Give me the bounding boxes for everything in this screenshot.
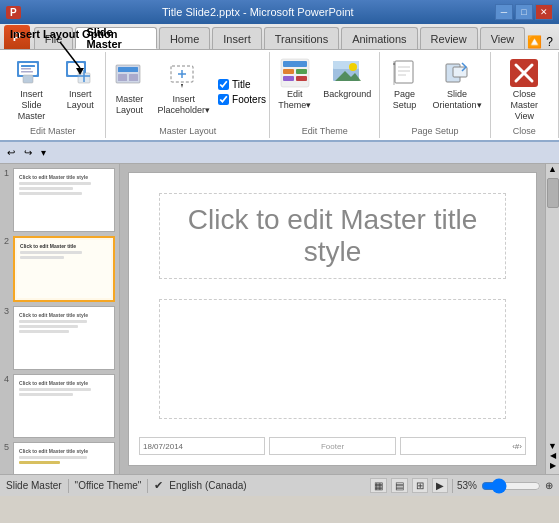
- scroll-down-arrow[interactable]: ▼: [548, 441, 557, 451]
- page-setup-group-label: Page Setup: [412, 126, 459, 136]
- qat-dropdown[interactable]: ▾: [38, 146, 49, 159]
- insert-placeholder-icon: [168, 62, 200, 94]
- vertical-scrollbar[interactable]: ▲ ▼ ◀ ▶: [545, 164, 559, 474]
- close-master-view-button[interactable]: CloseMaster View: [497, 54, 552, 124]
- tab-review[interactable]: Review: [420, 27, 478, 49]
- help-btn[interactable]: ?: [546, 35, 553, 49]
- insert-layout-label: InsertLayout: [67, 89, 94, 111]
- status-divider-3: [452, 479, 453, 493]
- edit-theme-group-label: Edit Theme: [302, 126, 348, 136]
- svg-rect-7: [23, 75, 33, 83]
- theme-status: "Office Theme": [75, 480, 142, 491]
- right-arrows: ◀ ▶: [550, 451, 556, 470]
- language-status: English (Canada): [169, 480, 246, 491]
- close-master-view-icon: [508, 57, 540, 89]
- close-group-label: Close: [513, 126, 536, 136]
- footer-area: 18/07/2014 Footer ‹#›: [139, 429, 526, 455]
- status-divider-1: [68, 479, 69, 493]
- master-layout-group-label: Master Layout: [159, 126, 216, 136]
- view-slideshow-btn[interactable]: ▶: [432, 478, 448, 493]
- tab-animations[interactable]: Animations: [341, 27, 417, 49]
- footers-checkbox[interactable]: Footers: [218, 93, 266, 106]
- footer-text-field: Footer: [269, 437, 395, 455]
- svg-rect-14: [118, 67, 138, 72]
- title-check[interactable]: [218, 79, 229, 90]
- tab-transitions[interactable]: Transitions: [264, 27, 339, 49]
- annotation-text: Insert Layout Option: [10, 28, 118, 40]
- slide-thumb-3[interactable]: Click to edit Master title style: [13, 306, 115, 370]
- title-checkbox[interactable]: Title: [218, 78, 266, 91]
- group-close: CloseMaster View Close: [491, 52, 559, 138]
- main-area: 1 Click to edit Master title style 2 Cli…: [0, 164, 559, 474]
- tab-home[interactable]: Home: [159, 27, 210, 49]
- placeholder-svg: [168, 62, 200, 94]
- slide-orientation-button[interactable]: SlideOrientation▾: [429, 54, 486, 114]
- theme-svg: [279, 57, 311, 89]
- svg-line-0: [60, 42, 80, 68]
- edit-master-label: Edit Master: [30, 126, 76, 136]
- svg-rect-15: [118, 74, 127, 81]
- slide-number-3: 3: [4, 306, 9, 316]
- tab-insert[interactable]: Insert: [212, 27, 262, 49]
- group-page-setup: PageSetup SlideOrientation▾ Page Setup: [380, 52, 490, 138]
- svg-rect-25: [283, 76, 294, 81]
- scroll-thumb[interactable]: [547, 178, 559, 208]
- slide-orientation-label: SlideOrientation▾: [433, 89, 482, 111]
- insert-placeholder-button[interactable]: InsertPlaceholder▾: [154, 59, 215, 119]
- edit-theme-button[interactable]: EditTheme▾: [274, 54, 315, 114]
- master-layout-label: MasterLayout: [116, 94, 144, 116]
- orientation-svg: [443, 59, 471, 87]
- insert-slide-master-label: Insert SlideMaster: [10, 89, 53, 121]
- slide-panel: 1 Click to edit Master title style 2 Cli…: [0, 164, 120, 474]
- title-check-label: Title: [232, 79, 251, 90]
- slide-thumb-1[interactable]: Click to edit Master title style: [13, 168, 115, 232]
- slide-number-1: 1: [4, 168, 9, 178]
- right-arrow-2[interactable]: ▶: [550, 461, 556, 470]
- tab-view[interactable]: View: [480, 27, 526, 49]
- svg-rect-31: [395, 61, 413, 83]
- page-setup-button[interactable]: PageSetup: [385, 54, 425, 114]
- language-icon: ✔: [154, 479, 163, 492]
- svg-rect-26: [296, 76, 307, 81]
- window-title: Title Slide2.pptx - Microsoft PowerPoint: [21, 6, 495, 18]
- background-button[interactable]: Background: [319, 54, 375, 103]
- page-setup-label: PageSetup: [393, 89, 417, 111]
- page-setup-svg: [391, 59, 419, 87]
- redo-button[interactable]: ↪: [21, 146, 35, 159]
- app-icon: P: [6, 6, 21, 19]
- content-placeholder[interactable]: [159, 299, 506, 419]
- view-normal-btn[interactable]: ▦: [370, 478, 387, 493]
- master-title-placeholder[interactable]: Click to edit Master title style: [159, 193, 506, 279]
- svg-rect-22: [283, 61, 307, 67]
- undo-button[interactable]: ↩: [4, 146, 18, 159]
- status-right: ▦ ▤ ⊞ ▶ 53% ⊕: [370, 478, 553, 493]
- slide-thumb-4[interactable]: Click to edit Master title style: [13, 374, 115, 438]
- status-bar: Slide Master "Office Theme" ✔ English (C…: [0, 474, 559, 496]
- view-reading-btn[interactable]: ⊞: [412, 478, 428, 493]
- svg-rect-23: [283, 69, 294, 74]
- background-svg: [331, 57, 363, 89]
- zoom-slider[interactable]: [481, 480, 541, 492]
- minimize-button[interactable]: ─: [495, 4, 513, 20]
- window-controls: ─ □ ✕: [495, 4, 553, 20]
- slide-orientation-icon: [441, 57, 473, 89]
- slide-number-2: 2: [4, 236, 9, 246]
- zoom-fit-btn[interactable]: ⊕: [545, 480, 553, 491]
- scroll-up-arrow[interactable]: ▲: [548, 164, 557, 174]
- close-button[interactable]: ✕: [535, 4, 553, 20]
- background-label: Background: [323, 89, 371, 100]
- background-icon: [331, 57, 363, 89]
- slide-master-status: Slide Master: [6, 480, 62, 491]
- slide-thumb-2[interactable]: Click to edit Master title: [13, 236, 115, 302]
- annotation-arrow: [50, 40, 120, 75]
- maximize-button[interactable]: □: [515, 4, 533, 20]
- right-arrow-1[interactable]: ◀: [550, 451, 556, 460]
- help-icon[interactable]: 🔼: [527, 35, 542, 49]
- zoom-level: 53%: [457, 480, 477, 491]
- content-area: Click to edit Master title style 18/07/2…: [120, 164, 545, 474]
- footers-check[interactable]: [218, 94, 229, 105]
- slide-number-5: 5: [4, 442, 9, 452]
- slide-thumb-5[interactable]: Click to edit Master title style: [13, 442, 115, 474]
- svg-rect-24: [296, 69, 307, 74]
- view-slide-sorter-btn[interactable]: ▤: [391, 478, 408, 493]
